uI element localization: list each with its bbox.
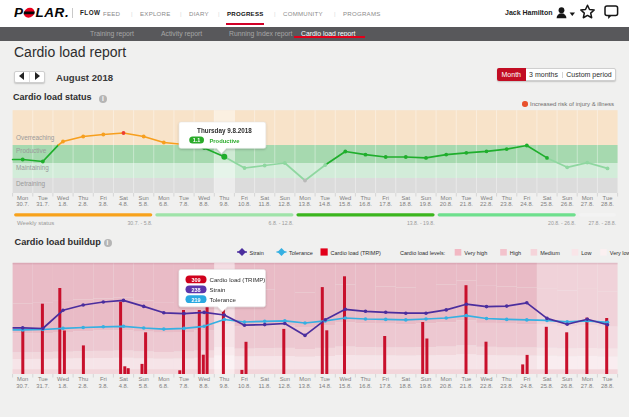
svg-text:27.8.: 27.8.: [581, 383, 594, 389]
svg-text:18.8.: 18.8.: [399, 383, 412, 389]
svg-text:Mon: Mon: [441, 376, 452, 382]
svg-text:Cardio load (TRIMP): Cardio load (TRIMP): [331, 250, 382, 256]
svg-text:Sat: Sat: [260, 376, 269, 382]
svg-text:23.8.: 23.8.: [500, 383, 513, 389]
svg-text:Low: Low: [581, 250, 591, 256]
svg-text:3.8.: 3.8.: [98, 383, 108, 389]
svg-text:Strain: Strain: [210, 286, 226, 293]
svg-text:Wed: Wed: [481, 376, 493, 382]
svg-text:Mon: Mon: [17, 376, 28, 382]
svg-text:13.8.: 13.8.: [299, 383, 312, 389]
svg-text:24.8.: 24.8.: [520, 383, 533, 389]
svg-text:Sun: Sun: [139, 376, 149, 382]
svg-text:1.8.: 1.8.: [58, 383, 68, 389]
svg-text:Sun: Sun: [562, 376, 572, 382]
svg-text:309: 309: [191, 277, 200, 283]
svg-text:28.8.: 28.8.: [601, 383, 614, 389]
svg-text:5.8.: 5.8.: [139, 383, 149, 389]
svg-text:17.8.: 17.8.: [379, 383, 392, 389]
svg-text:7.8.: 7.8.: [179, 383, 189, 389]
svg-text:Medium: Medium: [540, 250, 560, 256]
svg-text:High: High: [510, 250, 521, 256]
svg-text:31.7.: 31.7.: [36, 383, 49, 389]
svg-text:Fri: Fri: [523, 376, 530, 382]
svg-text:Mon: Mon: [299, 376, 310, 382]
svg-text:Tolerance: Tolerance: [289, 250, 313, 256]
svg-text:22.8.: 22.8.: [480, 383, 493, 389]
svg-text:6.8.: 6.8.: [159, 383, 169, 389]
svg-text:Thu: Thu: [361, 376, 371, 382]
svg-text:Sun: Sun: [421, 376, 431, 382]
svg-text:19.8.: 19.8.: [420, 383, 433, 389]
svg-text:Thu: Thu: [78, 376, 88, 382]
svg-text:Tue: Tue: [38, 376, 48, 382]
svg-text:Thu: Thu: [219, 376, 229, 382]
svg-text:10.8.: 10.8.: [238, 383, 251, 389]
svg-text:Thu: Thu: [502, 376, 512, 382]
svg-text:2.8.: 2.8.: [78, 383, 88, 389]
svg-text:Fri: Fri: [100, 376, 107, 382]
svg-text:Very low: Very low: [610, 250, 629, 256]
svg-text:Wed: Wed: [198, 376, 210, 382]
svg-text:Cardio load (TRIMP): Cardio load (TRIMP): [210, 276, 266, 283]
svg-text:12.8.: 12.8.: [278, 383, 291, 389]
svg-text:14.8.: 14.8.: [319, 383, 332, 389]
svg-text:25.8.: 25.8.: [541, 383, 554, 389]
svg-text:11.8.: 11.8.: [258, 383, 271, 389]
svg-text:30.7.: 30.7.: [16, 383, 29, 389]
svg-text:Tolerance: Tolerance: [210, 296, 237, 303]
svg-text:Very high: Very high: [464, 250, 487, 256]
svg-text:Sun: Sun: [280, 376, 290, 382]
svg-text:Sat: Sat: [543, 376, 552, 382]
svg-text:4.8.: 4.8.: [119, 383, 129, 389]
svg-text:Tue: Tue: [603, 376, 613, 382]
svg-text:Tue: Tue: [461, 376, 471, 382]
svg-text:21.8.: 21.8.: [460, 383, 473, 389]
svg-text:26.8.: 26.8.: [561, 383, 574, 389]
svg-text:8.8.: 8.8.: [199, 383, 209, 389]
svg-text:Sat: Sat: [119, 376, 128, 382]
svg-text:Fri: Fri: [241, 376, 248, 382]
svg-text:238: 238: [191, 287, 200, 293]
svg-text:20.8.: 20.8.: [440, 383, 453, 389]
svg-text:219: 219: [191, 297, 200, 303]
svg-text:9.8.: 9.8.: [219, 383, 229, 389]
svg-text:16.8.: 16.8.: [359, 383, 372, 389]
svg-text:Mon: Mon: [158, 376, 169, 382]
svg-text:Fri: Fri: [382, 376, 389, 382]
svg-text:Wed: Wed: [339, 376, 351, 382]
svg-text:Tue: Tue: [179, 376, 189, 382]
svg-text:Wed: Wed: [57, 376, 69, 382]
svg-text:Sat: Sat: [401, 376, 410, 382]
svg-text:Strain: Strain: [250, 250, 264, 256]
svg-text:Tue: Tue: [320, 376, 330, 382]
svg-text:Cardio load levels:: Cardio load levels:: [400, 250, 446, 256]
svg-text:15.8.: 15.8.: [339, 383, 352, 389]
svg-text:Mon: Mon: [582, 376, 593, 382]
